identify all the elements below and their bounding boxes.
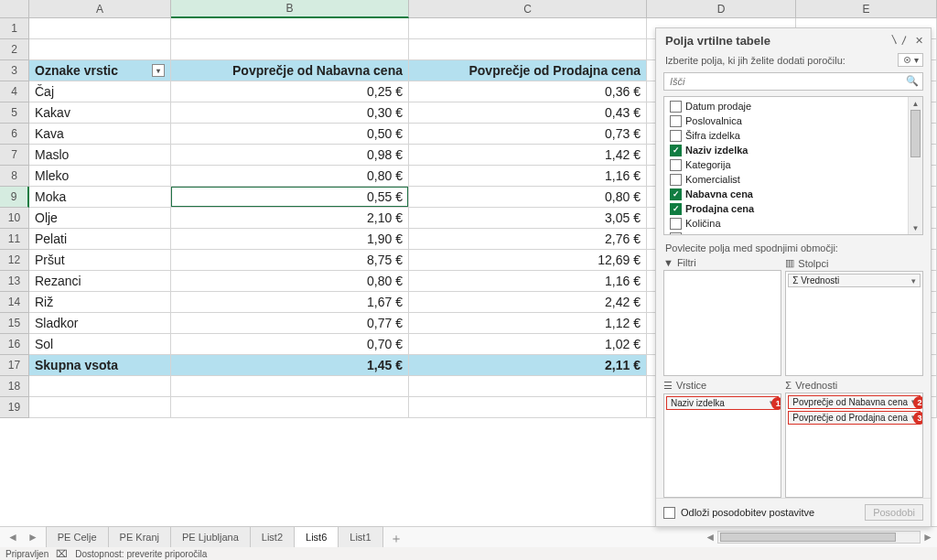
cell-C5[interactable]: 0,43 € <box>409 102 647 124</box>
cell-B7[interactable]: 0,98 € <box>171 145 409 166</box>
cell-C12[interactable]: 12,69 € <box>409 250 647 271</box>
field-checkbox[interactable] <box>670 218 682 230</box>
cell-B1[interactable] <box>171 18 409 39</box>
row-header-9[interactable]: 9 <box>0 187 29 208</box>
cell-B12[interactable]: 8,75 € <box>171 250 409 271</box>
columns-chip[interactable]: Σ Vrednosti▾ <box>788 274 921 287</box>
field-količina[interactable]: Količina <box>664 216 908 231</box>
cell-C16[interactable]: 1,02 € <box>409 334 647 355</box>
cell-A17[interactable]: Skupna vsota <box>29 355 171 376</box>
field-checkbox[interactable] <box>670 130 682 142</box>
cell-B4[interactable]: 0,25 € <box>171 81 409 102</box>
row-header-10[interactable]: 10 <box>0 208 29 229</box>
defer-update-checkbox[interactable] <box>663 507 675 519</box>
row-header-18[interactable]: 18 <box>0 376 29 397</box>
field-checkbox[interactable]: ✓ <box>670 203 682 215</box>
cell-A4[interactable]: Čaj <box>29 81 171 102</box>
col-C[interactable]: C <box>409 0 647 18</box>
cell-B8[interactable]: 0,80 € <box>171 166 409 187</box>
field-list-scrollbar[interactable]: ▲ ▼ <box>908 97 922 234</box>
row-header-19[interactable]: 19 <box>0 397 29 418</box>
cell-B13[interactable]: 0,80 € <box>171 271 409 292</box>
rows-chip[interactable]: Naziv izdelka▾1 <box>666 396 779 410</box>
cell-A11[interactable]: Pelati <box>29 229 171 250</box>
cell-C10[interactable]: 3,05 € <box>409 208 647 229</box>
row-labels-filter-button[interactable]: ▾ <box>152 64 165 77</box>
cell-A5[interactable]: Kakav <box>29 102 171 124</box>
select-all-corner[interactable] <box>0 0 29 18</box>
cell-C7[interactable]: 1,42 € <box>409 145 647 166</box>
field-poslovalnica[interactable]: Poslovalnica <box>664 113 908 128</box>
cell-A2[interactable] <box>29 39 171 60</box>
field-komercialist[interactable]: Komercialist <box>664 172 908 187</box>
field-list[interactable]: Datum prodajePoslovalnicaŠifra izdelka✓N… <box>664 97 908 234</box>
sheet-tab-PE Celje[interactable]: PE Celje <box>46 526 109 547</box>
cell-B3[interactable]: Povprečje od Nabavna cena <box>171 60 409 81</box>
col-B[interactable]: B <box>171 0 409 18</box>
field-checkbox[interactable]: ✓ <box>670 188 682 200</box>
row-header-15[interactable]: 15 <box>0 313 29 334</box>
values-chip[interactable]: Povprečje od Prodajna cena▾3 <box>788 411 921 425</box>
cell-B9[interactable]: 0,55 € <box>171 187 409 208</box>
field-kategorija[interactable]: Kategorija <box>664 157 908 172</box>
cell-B10[interactable]: 2,10 € <box>171 208 409 229</box>
cell-C19[interactable] <box>409 397 647 418</box>
row-header-4[interactable]: 4 <box>0 81 29 102</box>
area-values-dropzone[interactable]: Povprečje od Nabavna cena▾2Povprečje od … <box>785 393 923 499</box>
cell-C13[interactable]: 1,16 € <box>409 271 647 292</box>
hscroll-left-icon[interactable]: ◄ <box>705 531 716 544</box>
field-checkbox[interactable] <box>670 115 682 127</box>
hscroll-track[interactable] <box>717 531 921 544</box>
row-header-11[interactable]: 11 <box>0 229 29 250</box>
field-checkbox[interactable] <box>670 174 682 186</box>
row-header-17[interactable]: 17 <box>0 355 29 376</box>
new-sheet-button[interactable]: ＋ <box>382 531 410 547</box>
sheet-tab-List1[interactable]: List1 <box>338 526 382 547</box>
row-header-1[interactable]: 1 <box>0 18 29 39</box>
col-E[interactable]: E <box>796 0 937 18</box>
cell-C3[interactable]: Povprečje od Prodajna cena <box>409 60 647 81</box>
field-checkbox[interactable]: ✓ <box>670 145 682 156</box>
row-header-12[interactable]: 12 <box>0 250 29 271</box>
sheet-tab-PE Kranj[interactable]: PE Kranj <box>108 526 171 547</box>
cell-A1[interactable] <box>29 18 171 39</box>
area-rows-dropzone[interactable]: Naziv izdelka▾1 <box>663 393 781 499</box>
row-header-13[interactable]: 13 <box>0 271 29 292</box>
area-columns-dropzone[interactable]: Σ Vrednosti▾ <box>785 271 923 376</box>
row-header-2[interactable]: 2 <box>0 39 29 60</box>
sheet-tab-List2[interactable]: List2 <box>250 526 295 547</box>
cell-A13[interactable]: Rezanci <box>29 271 171 292</box>
pane-close-icon[interactable]: ✕ <box>915 35 923 47</box>
cell-A12[interactable]: Pršut <box>29 250 171 271</box>
cell-B6[interactable]: 0,50 € <box>171 124 409 145</box>
cell-B16[interactable]: 0,70 € <box>171 334 409 355</box>
cell-A3[interactable]: Oznake vrstic▾ <box>29 60 171 81</box>
pane-settings-button[interactable]: ▾ <box>898 53 923 67</box>
field-meseci-(datum-prodaje)[interactable]: Meseci (Datum prodaje) <box>664 231 908 234</box>
field-search-input[interactable] <box>663 72 923 91</box>
hscroll-right-icon[interactable]: ► <box>922 531 933 544</box>
cell-B15[interactable]: 0,77 € <box>171 313 409 334</box>
row-header-7[interactable]: 7 <box>0 145 29 166</box>
sheet-tab-PE Ljubljana[interactable]: PE Ljubljana <box>170 526 251 547</box>
cell-C4[interactable]: 0,36 € <box>409 81 647 102</box>
row-header-5[interactable]: 5 <box>0 102 29 124</box>
area-filters-dropzone[interactable] <box>663 270 781 376</box>
cell-B11[interactable]: 1,90 € <box>171 229 409 250</box>
cell-A9[interactable]: Moka <box>29 187 171 208</box>
cell-B18[interactable] <box>171 376 409 397</box>
scroll-up-icon[interactable]: ▲ <box>909 97 922 110</box>
cell-A14[interactable]: Riž <box>29 292 171 313</box>
field-nabavna-cena[interactable]: ✓Nabavna cena <box>664 187 908 201</box>
cell-C1[interactable] <box>409 18 647 39</box>
cell-C18[interactable] <box>409 376 647 397</box>
tab-nav-next-icon[interactable]: ► <box>27 531 38 544</box>
row-header-16[interactable]: 16 <box>0 334 29 355</box>
field-naziv-izdelka[interactable]: ✓Naziv izdelka <box>664 143 908 157</box>
cell-A8[interactable]: Mleko <box>29 166 171 187</box>
cell-C17[interactable]: 2,11 € <box>409 355 647 376</box>
row-header-3[interactable]: 3 <box>0 60 29 81</box>
cell-C8[interactable]: 1,16 € <box>409 166 647 187</box>
cell-C9[interactable]: 0,80 € <box>409 187 647 208</box>
cell-B5[interactable]: 0,30 € <box>171 102 409 124</box>
